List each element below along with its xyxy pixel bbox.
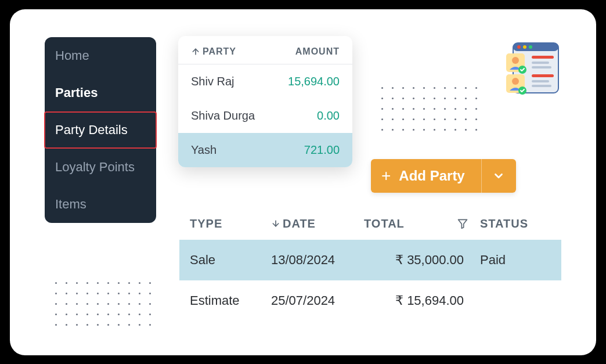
button-label: Add Party xyxy=(399,168,464,184)
transactions-header: TYPE DATE TOTAL STATUS xyxy=(179,217,561,240)
type-column-header[interactable]: TYPE xyxy=(190,217,271,230)
transaction-row[interactable]: Sale 13/08/2024 ₹ 35,000.00 Paid xyxy=(179,240,561,280)
svg-point-15 xyxy=(512,78,519,85)
sidebar-item-parties[interactable]: Parties xyxy=(45,74,156,111)
party-amount: 721.00 xyxy=(304,143,340,157)
sidebar-item-party-details[interactable]: Party Details xyxy=(44,111,157,149)
transaction-date: 25/07/2024 xyxy=(271,293,364,308)
svg-point-2 xyxy=(517,45,521,49)
column-label: TYPE xyxy=(190,217,222,230)
sidebar-item-label: Home xyxy=(55,48,89,63)
decorative-dots xyxy=(55,282,153,327)
add-party-button-main[interactable]: + Add Party xyxy=(371,159,481,193)
party-row[interactable]: Shiv Raj 15,694.00 xyxy=(178,64,352,99)
sort-asc-icon xyxy=(191,47,200,56)
svg-rect-9 xyxy=(532,80,549,82)
column-label: AMOUNT xyxy=(295,46,340,56)
sidebar-item-label: Items xyxy=(55,197,86,211)
party-name: Yash xyxy=(191,143,304,157)
transaction-total: ₹ 15,694.00 xyxy=(364,293,480,308)
chevron-down-icon xyxy=(492,170,505,182)
sidebar-item-label: Party Details xyxy=(55,122,128,137)
sidebar-item-loyalty-points[interactable]: Loyalty Points xyxy=(45,149,156,186)
svg-rect-7 xyxy=(532,66,551,69)
party-amount: 15,694.00 xyxy=(288,75,340,88)
app-illustration xyxy=(500,38,564,102)
transaction-date: 13/08/2024 xyxy=(271,253,364,268)
transaction-total: ₹ 35,000.00 xyxy=(364,253,480,268)
sidebar: Home Parties Party Details Loyalty Point… xyxy=(45,37,156,223)
svg-rect-8 xyxy=(532,74,554,77)
svg-rect-10 xyxy=(532,85,551,87)
party-column-header[interactable]: PARTY xyxy=(191,46,295,57)
plus-icon: + xyxy=(381,168,391,184)
total-column-header[interactable]: TOTAL xyxy=(364,217,480,230)
svg-point-12 xyxy=(512,57,519,64)
sidebar-item-items[interactable]: Items xyxy=(45,186,156,223)
party-row[interactable]: Shiva Durga 0.00 xyxy=(178,99,352,133)
column-label: STATUS xyxy=(480,217,528,230)
party-name: Shiv Raj xyxy=(191,75,288,88)
party-amount: 0.00 xyxy=(317,109,340,122)
status-column-header[interactable]: STATUS xyxy=(480,217,551,230)
party-name: Shiva Durga xyxy=(191,109,317,122)
add-party-dropdown-toggle[interactable] xyxy=(481,159,516,193)
date-column-header[interactable]: DATE xyxy=(271,217,364,230)
sidebar-item-label: Parties xyxy=(55,85,98,100)
transactions-table: TYPE DATE TOTAL STATUS Sale 13/08/2024 ₹… xyxy=(179,217,561,321)
sidebar-item-label: Loyalty Points xyxy=(55,160,135,174)
column-label: PARTY xyxy=(203,46,236,57)
column-label: TOTAL xyxy=(364,217,405,230)
decorative-dots xyxy=(381,87,479,132)
filter-icon[interactable] xyxy=(457,218,468,229)
transaction-type: Estimate xyxy=(190,293,271,308)
party-list-header: PARTY AMOUNT xyxy=(178,36,352,64)
svg-point-4 xyxy=(529,45,532,49)
party-list-card: PARTY AMOUNT Shiv Raj 15,694.00 Shiva Du… xyxy=(178,36,352,167)
sort-desc-icon xyxy=(271,219,280,228)
amount-column-header[interactable]: AMOUNT xyxy=(295,46,340,57)
transaction-row[interactable]: Estimate 25/07/2024 ₹ 15,694.00 xyxy=(179,280,561,321)
svg-point-3 xyxy=(523,45,526,49)
transaction-type: Sale xyxy=(190,253,271,268)
column-label: DATE xyxy=(283,217,316,230)
svg-marker-17 xyxy=(459,219,467,228)
add-party-button[interactable]: + Add Party xyxy=(371,159,516,193)
svg-rect-5 xyxy=(532,56,554,59)
sidebar-item-home[interactable]: Home xyxy=(45,37,156,74)
svg-rect-6 xyxy=(532,62,549,64)
party-row[interactable]: Yash 721.00 xyxy=(178,133,352,167)
transaction-status: Paid xyxy=(480,253,551,268)
